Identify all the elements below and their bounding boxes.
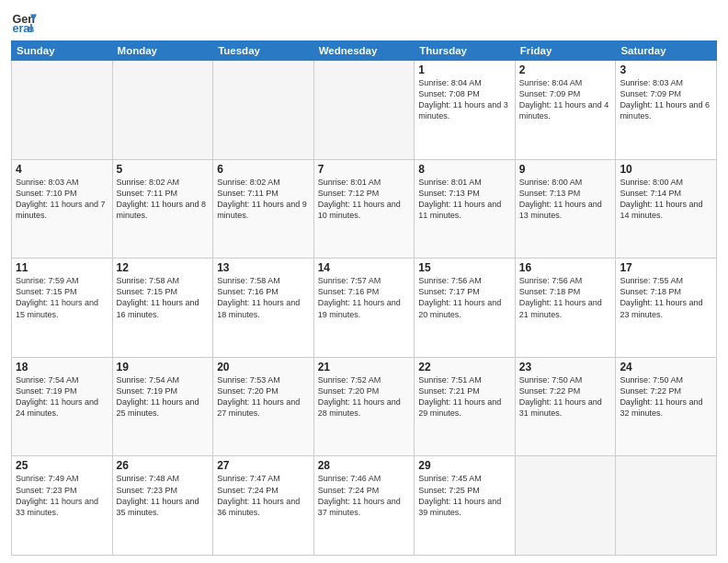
calendar-week-row: 18Sunrise: 7:54 AM Sunset: 7:19 PM Dayli… bbox=[12, 357, 717, 456]
calendar-cell: 21Sunrise: 7:52 AM Sunset: 7:20 PM Dayli… bbox=[313, 357, 415, 456]
calendar-cell: 11Sunrise: 7:59 AM Sunset: 7:15 PM Dayli… bbox=[12, 259, 113, 358]
day-number: 26 bbox=[117, 459, 210, 472]
calendar-cell: 20Sunrise: 7:53 AM Sunset: 7:20 PM Dayli… bbox=[213, 357, 314, 456]
day-info: Sunrise: 8:00 AM Sunset: 7:14 PM Dayligh… bbox=[620, 177, 712, 222]
calendar-week-row: 11Sunrise: 7:59 AM Sunset: 7:15 PM Dayli… bbox=[12, 259, 717, 358]
calendar-cell: 18Sunrise: 7:54 AM Sunset: 7:19 PM Dayli… bbox=[12, 357, 113, 456]
calendar-week-row: 25Sunrise: 7:49 AM Sunset: 7:23 PM Dayli… bbox=[12, 456, 717, 556]
day-info: Sunrise: 7:47 AM Sunset: 7:24 PM Dayligh… bbox=[217, 473, 310, 518]
calendar-cell bbox=[616, 456, 717, 556]
day-number: 21 bbox=[318, 361, 411, 373]
page: Gen eral B SundayMondayTuesdayWednesdayT… bbox=[0, 0, 728, 563]
day-info: Sunrise: 7:56 AM Sunset: 7:18 PM Dayligh… bbox=[519, 275, 612, 320]
calendar-cell bbox=[112, 61, 213, 160]
day-info: Sunrise: 7:58 AM Sunset: 7:15 PM Dayligh… bbox=[117, 275, 210, 320]
day-number: 20 bbox=[217, 361, 310, 373]
day-info: Sunrise: 7:46 AM Sunset: 7:24 PM Dayligh… bbox=[318, 473, 411, 518]
day-info: Sunrise: 8:02 AM Sunset: 7:11 PM Dayligh… bbox=[217, 177, 310, 222]
day-info: Sunrise: 7:57 AM Sunset: 7:16 PM Dayligh… bbox=[318, 275, 411, 320]
day-info: Sunrise: 7:56 AM Sunset: 7:17 PM Dayligh… bbox=[418, 275, 511, 320]
calendar-cell: 7Sunrise: 8:01 AM Sunset: 7:12 PM Daylig… bbox=[313, 159, 415, 259]
day-number: 5 bbox=[117, 163, 210, 176]
calendar-cell: 23Sunrise: 7:50 AM Sunset: 7:22 PM Dayli… bbox=[515, 357, 616, 456]
day-info: Sunrise: 7:53 AM Sunset: 7:20 PM Dayligh… bbox=[217, 374, 310, 419]
calendar-day-header: Sunday bbox=[12, 41, 113, 61]
calendar-cell: 1Sunrise: 8:04 AM Sunset: 7:08 PM Daylig… bbox=[415, 61, 516, 160]
day-info: Sunrise: 8:02 AM Sunset: 7:11 PM Dayligh… bbox=[117, 177, 210, 222]
day-number: 3 bbox=[620, 63, 712, 76]
day-number: 14 bbox=[318, 261, 411, 274]
calendar-day-header: Saturday bbox=[616, 41, 717, 61]
day-info: Sunrise: 7:49 AM Sunset: 7:23 PM Dayligh… bbox=[16, 473, 108, 518]
day-number: 12 bbox=[117, 261, 210, 274]
calendar-cell: 6Sunrise: 8:02 AM Sunset: 7:11 PM Daylig… bbox=[213, 159, 314, 259]
day-number: 25 bbox=[16, 459, 108, 472]
day-info: Sunrise: 8:03 AM Sunset: 7:10 PM Dayligh… bbox=[16, 177, 108, 222]
day-number: 23 bbox=[519, 361, 612, 373]
calendar-cell: 3Sunrise: 8:03 AM Sunset: 7:09 PM Daylig… bbox=[616, 61, 717, 160]
calendar-week-row: 4Sunrise: 8:03 AM Sunset: 7:10 PM Daylig… bbox=[12, 159, 717, 259]
day-number: 24 bbox=[620, 361, 712, 373]
day-info: Sunrise: 7:59 AM Sunset: 7:15 PM Dayligh… bbox=[16, 275, 108, 320]
day-info: Sunrise: 7:50 AM Sunset: 7:22 PM Dayligh… bbox=[519, 374, 612, 419]
day-info: Sunrise: 7:45 AM Sunset: 7:25 PM Dayligh… bbox=[418, 473, 511, 518]
day-info: Sunrise: 7:55 AM Sunset: 7:18 PM Dayligh… bbox=[620, 275, 712, 320]
calendar-cell: 13Sunrise: 7:58 AM Sunset: 7:16 PM Dayli… bbox=[213, 259, 314, 358]
day-number: 7 bbox=[318, 163, 411, 176]
day-info: Sunrise: 8:03 AM Sunset: 7:09 PM Dayligh… bbox=[620, 77, 712, 122]
day-info: Sunrise: 7:58 AM Sunset: 7:16 PM Dayligh… bbox=[217, 275, 310, 320]
day-info: Sunrise: 8:01 AM Sunset: 7:13 PM Dayligh… bbox=[418, 177, 511, 222]
day-number: 16 bbox=[519, 261, 612, 274]
calendar-table: SundayMondayTuesdayWednesdayThursdayFrid… bbox=[11, 40, 717, 556]
calendar-cell: 2Sunrise: 8:04 AM Sunset: 7:09 PM Daylig… bbox=[515, 61, 616, 160]
day-number: 13 bbox=[217, 261, 310, 274]
day-number: 18 bbox=[16, 361, 108, 373]
calendar-cell: 29Sunrise: 7:45 AM Sunset: 7:25 PM Dayli… bbox=[415, 456, 516, 556]
calendar-cell: 15Sunrise: 7:56 AM Sunset: 7:17 PM Dayli… bbox=[415, 259, 516, 358]
day-info: Sunrise: 7:48 AM Sunset: 7:23 PM Dayligh… bbox=[117, 473, 210, 518]
day-number: 6 bbox=[217, 163, 310, 176]
day-info: Sunrise: 8:04 AM Sunset: 7:09 PM Dayligh… bbox=[519, 77, 612, 122]
day-number: 10 bbox=[620, 163, 712, 176]
calendar-header-row: SundayMondayTuesdayWednesdayThursdayFrid… bbox=[12, 41, 717, 61]
calendar-cell bbox=[313, 61, 415, 160]
calendar-cell: 14Sunrise: 7:57 AM Sunset: 7:16 PM Dayli… bbox=[313, 259, 415, 358]
calendar-cell: 28Sunrise: 7:46 AM Sunset: 7:24 PM Dayli… bbox=[313, 456, 415, 556]
day-number: 9 bbox=[519, 163, 612, 176]
day-number: 15 bbox=[418, 261, 511, 274]
day-info: Sunrise: 7:50 AM Sunset: 7:22 PM Dayligh… bbox=[620, 374, 712, 419]
calendar-cell: 10Sunrise: 8:00 AM Sunset: 7:14 PM Dayli… bbox=[616, 159, 717, 259]
calendar-cell: 16Sunrise: 7:56 AM Sunset: 7:18 PM Dayli… bbox=[515, 259, 616, 358]
calendar-day-header: Tuesday bbox=[213, 41, 314, 61]
day-number: 11 bbox=[16, 261, 108, 274]
calendar-cell: 27Sunrise: 7:47 AM Sunset: 7:24 PM Dayli… bbox=[213, 456, 314, 556]
day-number: 28 bbox=[318, 459, 411, 472]
day-number: 19 bbox=[117, 361, 210, 373]
day-info: Sunrise: 8:01 AM Sunset: 7:12 PM Dayligh… bbox=[318, 177, 411, 222]
calendar-cell: 8Sunrise: 8:01 AM Sunset: 7:13 PM Daylig… bbox=[415, 159, 516, 259]
calendar-cell bbox=[515, 456, 616, 556]
calendar-day-header: Monday bbox=[112, 41, 213, 61]
day-info: Sunrise: 8:00 AM Sunset: 7:13 PM Dayligh… bbox=[519, 177, 612, 222]
calendar-cell bbox=[12, 61, 113, 160]
calendar-cell: 17Sunrise: 7:55 AM Sunset: 7:18 PM Dayli… bbox=[616, 259, 717, 358]
calendar-cell: 5Sunrise: 8:02 AM Sunset: 7:11 PM Daylig… bbox=[112, 159, 213, 259]
calendar-cell: 19Sunrise: 7:54 AM Sunset: 7:19 PM Dayli… bbox=[112, 357, 213, 456]
day-info: Sunrise: 7:51 AM Sunset: 7:21 PM Dayligh… bbox=[418, 374, 511, 419]
calendar-day-header: Wednesday bbox=[313, 41, 415, 61]
calendar-day-header: Thursday bbox=[415, 41, 516, 61]
calendar-day-header: Friday bbox=[515, 41, 616, 61]
logo: Gen eral B bbox=[11, 9, 40, 35]
day-number: 8 bbox=[418, 163, 511, 176]
calendar-cell: 24Sunrise: 7:50 AM Sunset: 7:22 PM Dayli… bbox=[616, 357, 717, 456]
day-info: Sunrise: 7:54 AM Sunset: 7:19 PM Dayligh… bbox=[16, 374, 108, 419]
calendar-cell: 26Sunrise: 7:48 AM Sunset: 7:23 PM Dayli… bbox=[112, 456, 213, 556]
calendar-week-row: 1Sunrise: 8:04 AM Sunset: 7:08 PM Daylig… bbox=[12, 61, 717, 160]
svg-text:B: B bbox=[28, 24, 34, 34]
logo-icon: Gen eral B bbox=[11, 9, 37, 35]
day-info: Sunrise: 7:54 AM Sunset: 7:19 PM Dayligh… bbox=[117, 374, 210, 419]
calendar-cell bbox=[213, 61, 314, 160]
day-number: 22 bbox=[418, 361, 511, 373]
day-number: 29 bbox=[418, 459, 511, 472]
day-info: Sunrise: 7:52 AM Sunset: 7:20 PM Dayligh… bbox=[318, 374, 411, 419]
